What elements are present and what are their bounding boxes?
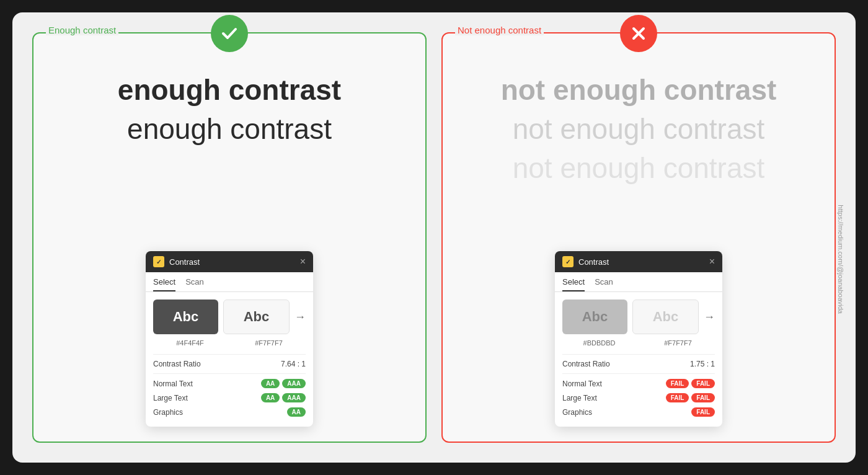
good-plugin-title-text: Contrast	[169, 257, 200, 267]
bad-normal-fail1-badge: FAIL	[666, 379, 689, 388]
good-graphics-aa-badge: AA	[287, 407, 306, 417]
good-plugin-body: Abc Abc → #4F4F4F #F7F7F7 Contrast Ratio…	[146, 292, 313, 427]
good-graphics-row: Graphics AA	[153, 405, 306, 419]
bad-panel: Not enough contrast not enough contrast …	[441, 32, 836, 443]
good-panel: Enough contrast enough contrast enough c…	[32, 32, 427, 443]
bad-plugin-tabs: Select Scan	[555, 272, 722, 292]
bad-color-labels: #BDBDBD #F7F7F7	[562, 339, 715, 347]
good-large-aaa-badge: AAA	[282, 393, 306, 402]
bad-divider-2	[562, 373, 715, 374]
good-plugin-tabs: Select Scan	[146, 272, 313, 292]
bad-tab-scan[interactable]: Scan	[595, 277, 613, 291]
good-normal-aa-badge: AA	[261, 379, 280, 388]
good-normal-text-badges: AA AAA	[261, 379, 306, 388]
good-large-text-label: Large Text	[153, 394, 188, 402]
bad-tab-select[interactable]: Select	[562, 277, 585, 291]
bad-plugin-close[interactable]: ×	[709, 256, 715, 267]
bad-normal-text-badges: FAIL FAIL	[666, 379, 715, 388]
good-bg-label: #F7F7F7	[232, 339, 306, 347]
bad-color-swatches: Abc Abc →	[562, 300, 715, 334]
bad-large-fail2-badge: FAIL	[691, 393, 715, 402]
good-contrast-ratio-label: Contrast Ratio	[153, 360, 201, 368]
bad-demo-text-2: not enough contrast	[458, 112, 820, 146]
good-normal-text-label: Normal Text	[153, 380, 193, 388]
good-tab-select[interactable]: Select	[153, 277, 175, 291]
bad-plugin-titlebar: ✓ Contrast ×	[555, 251, 722, 272]
good-bg-swatch[interactable]: Abc	[223, 300, 290, 334]
bad-demo-text-area: not enough contrast not enough contrast …	[458, 73, 820, 241]
bad-plugin-window: ✓ Contrast × Select Scan Abc Abc → #BDBD…	[555, 251, 722, 427]
good-contrast-ratio-row: Contrast Ratio 7.64 : 1	[153, 357, 306, 371]
good-demo-text-bold: enough contrast	[48, 73, 410, 107]
bad-graphics-label: Graphics	[562, 408, 592, 417]
watermark: https://medium.com/@joanaboavida	[837, 205, 844, 314]
good-fg-label: #4F4F4F	[153, 339, 227, 347]
good-demo-text-area: enough contrast enough contrast	[48, 73, 410, 241]
bad-panel-label: Not enough contrast	[455, 25, 544, 35]
good-large-text-row: Large Text AA AAA	[153, 391, 306, 405]
good-status-icon	[211, 15, 248, 52]
bad-large-text-label: Large Text	[562, 394, 597, 402]
bad-plugin-title-left: ✓ Contrast	[562, 256, 609, 267]
bad-graphics-fail-badge: FAIL	[691, 407, 715, 417]
bad-bg-swatch[interactable]: Abc	[632, 300, 699, 334]
good-panel-label: Enough contrast	[46, 25, 118, 35]
good-tab-scan[interactable]: Scan	[185, 277, 204, 291]
good-divider-2	[153, 373, 306, 374]
good-plugin-title-left: ✓ Contrast	[153, 256, 200, 267]
good-color-labels: #4F4F4F #F7F7F7	[153, 339, 306, 347]
bad-normal-text-label: Normal Text	[562, 380, 602, 388]
good-plugin-titlebar: ✓ Contrast ×	[146, 251, 313, 272]
bad-demo-text-1: not enough contrast	[458, 73, 820, 107]
main-wrapper: Enough contrast enough contrast enough c…	[12, 12, 856, 463]
good-fg-swatch[interactable]: Abc	[153, 300, 218, 334]
good-plugin-icon: ✓	[153, 256, 164, 267]
good-plugin-window: ✓ Contrast × Select Scan Abc Abc → #4F4F…	[146, 251, 313, 427]
good-demo-text-normal: enough contrast	[48, 112, 410, 146]
bad-plugin-icon: ✓	[562, 256, 574, 267]
bad-normal-text-row: Normal Text FAIL FAIL	[562, 376, 715, 391]
good-large-aa-badge: AA	[261, 393, 280, 402]
good-large-text-badges: AA AAA	[261, 393, 306, 402]
good-divider-1	[153, 354, 306, 355]
good-graphics-label: Graphics	[153, 408, 183, 417]
bad-fg-swatch[interactable]: Abc	[562, 300, 627, 334]
good-contrast-ratio-value: 7.64 : 1	[281, 360, 306, 368]
good-arrow-icon: →	[294, 311, 306, 324]
bad-status-icon	[620, 15, 657, 52]
good-normal-text-row: Normal Text AA AAA	[153, 376, 306, 391]
bad-bg-label: #F7F7F7	[641, 339, 715, 347]
bad-large-fail1-badge: FAIL	[666, 393, 689, 402]
good-plugin-close[interactable]: ×	[300, 256, 306, 267]
bad-graphics-badges: FAIL	[691, 407, 715, 417]
bad-contrast-ratio-row: Contrast Ratio 1.75 : 1	[562, 357, 715, 371]
bad-plugin-body: Abc Abc → #BDBDBD #F7F7F7 Contrast Ratio…	[555, 292, 722, 427]
bad-contrast-ratio-value: 1.75 : 1	[690, 360, 715, 368]
good-color-swatches: Abc Abc →	[153, 300, 306, 334]
good-graphics-badges: AA	[287, 407, 306, 417]
bad-divider-1	[562, 354, 715, 355]
bad-large-text-badges: FAIL FAIL	[666, 393, 715, 402]
bad-plugin-title-text: Contrast	[578, 257, 609, 267]
bad-graphics-row: Graphics FAIL	[562, 405, 715, 419]
bad-large-text-row: Large Text FAIL FAIL	[562, 391, 715, 405]
good-normal-aaa-badge: AAA	[282, 379, 306, 388]
bad-arrow-icon: →	[704, 311, 715, 324]
bad-contrast-ratio-label: Contrast Ratio	[562, 360, 610, 368]
bad-fg-label: #BDBDBD	[562, 339, 636, 347]
bad-normal-fail2-badge: FAIL	[691, 379, 715, 388]
bad-demo-text-3: not enough contrast	[458, 151, 820, 185]
